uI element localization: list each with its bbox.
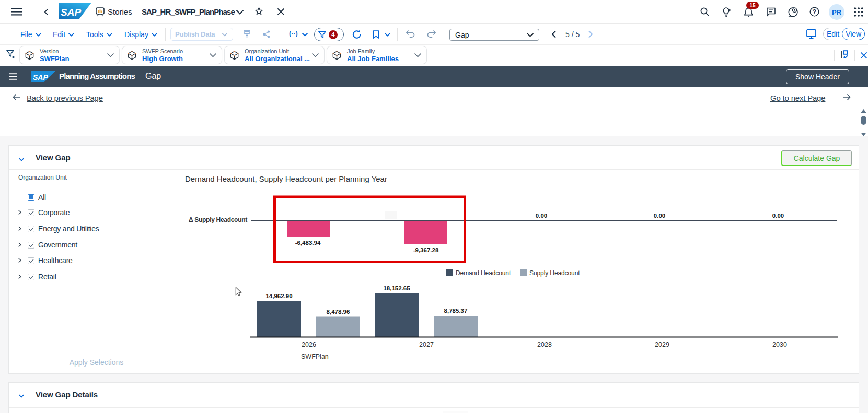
svg-text:-6,483.94: -6,483.94 <box>295 240 321 246</box>
svg-text:14,962.90: 14,962.90 <box>265 293 292 299</box>
svg-text:Δ Supply Headcount: Δ Supply Headcount <box>189 216 247 223</box>
svg-text:SWFPlan: SWFPlan <box>301 353 329 360</box>
svg-text:2028: 2028 <box>537 341 552 348</box>
svg-text:0.00: 0.00 <box>654 213 665 219</box>
svg-text:0.00: 0.00 <box>772 213 784 219</box>
svg-text:Demand Headcount, Supply Headc: Demand Headcount, Supply Headcount per P… <box>185 174 387 183</box>
svg-text:8,478.96: 8,478.96 <box>327 309 350 315</box>
svg-text:2027: 2027 <box>419 341 434 348</box>
svg-text:8,785.37: 8,785.37 <box>444 308 468 314</box>
svg-text:18,152.65: 18,152.65 <box>383 285 410 291</box>
svg-text:Demand Headcount: Demand Headcount <box>456 269 511 277</box>
svg-text:0.00: 0.00 <box>536 213 547 219</box>
svg-text:-9,367.28: -9,367.28 <box>413 247 439 253</box>
svg-text:2026: 2026 <box>302 341 316 348</box>
svg-text:2030: 2030 <box>772 341 787 348</box>
svg-text:Supply Headcount: Supply Headcount <box>529 269 580 277</box>
svg-text:2029: 2029 <box>655 341 669 348</box>
